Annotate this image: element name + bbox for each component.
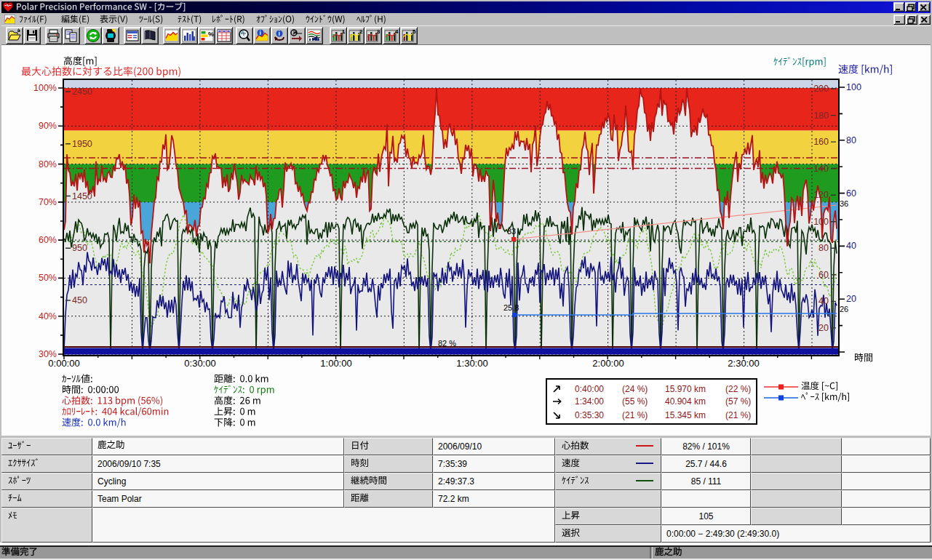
svg-text:90%: 90% xyxy=(39,121,57,131)
svg-text:100: 100 xyxy=(813,217,829,227)
svg-text:100%: 100% xyxy=(33,83,57,93)
svg-text:4: 4 xyxy=(395,28,399,35)
svg-text:5: 5 xyxy=(413,28,416,35)
svg-text:140: 140 xyxy=(813,164,829,174)
svg-text:60%: 60% xyxy=(39,235,57,245)
svg-text:%: % xyxy=(208,31,214,38)
svg-text:0:00:00: 0:00:00 xyxy=(48,358,79,369)
svg-text:450: 450 xyxy=(72,295,87,305)
svg-text:0:30:00: 0:30:00 xyxy=(184,358,215,369)
svg-text:i: i xyxy=(279,30,280,37)
svg-text:82 %: 82 % xyxy=(438,339,456,348)
svg-text:60: 60 xyxy=(846,188,856,199)
svg-text:1450: 1450 xyxy=(72,191,92,201)
svg-text:120: 120 xyxy=(813,190,829,200)
svg-text:70%: 70% xyxy=(39,197,57,207)
svg-text:20: 20 xyxy=(846,294,856,304)
svg-text:40: 40 xyxy=(846,241,856,251)
svg-text:100: 100 xyxy=(846,82,861,92)
svg-text:2:00:00: 2:00:00 xyxy=(592,358,624,369)
svg-text:1:00:00: 1:00:00 xyxy=(320,358,351,369)
svg-text:1: 1 xyxy=(342,28,346,35)
svg-text:60: 60 xyxy=(819,270,829,280)
svg-text:3: 3 xyxy=(377,28,381,35)
svg-text:1:30:00: 1:30:00 xyxy=(456,358,487,369)
svg-text:2450: 2450 xyxy=(72,87,92,97)
svg-text:80: 80 xyxy=(846,135,856,145)
svg-text:26: 26 xyxy=(840,305,848,313)
svg-text:950: 950 xyxy=(72,243,87,253)
svg-text:50%: 50% xyxy=(39,273,57,283)
svg-text:i: i xyxy=(260,29,261,36)
svg-text:180: 180 xyxy=(813,111,829,121)
svg-text:40: 40 xyxy=(819,296,829,306)
svg-text:2:30:00: 2:30:00 xyxy=(728,358,759,369)
svg-text:1950: 1950 xyxy=(72,139,92,149)
svg-text:33: 33 xyxy=(507,227,516,236)
svg-text:20: 20 xyxy=(819,323,829,333)
svg-text:200: 200 xyxy=(813,84,829,94)
svg-text:80%: 80% xyxy=(39,159,57,169)
svg-text:160: 160 xyxy=(813,137,829,147)
svg-text:36: 36 xyxy=(840,199,848,208)
svg-text:40%: 40% xyxy=(39,311,57,321)
svg-text:80: 80 xyxy=(819,243,829,253)
svg-text:25.8: 25.8 xyxy=(503,303,519,312)
svg-text:2: 2 xyxy=(359,28,363,35)
